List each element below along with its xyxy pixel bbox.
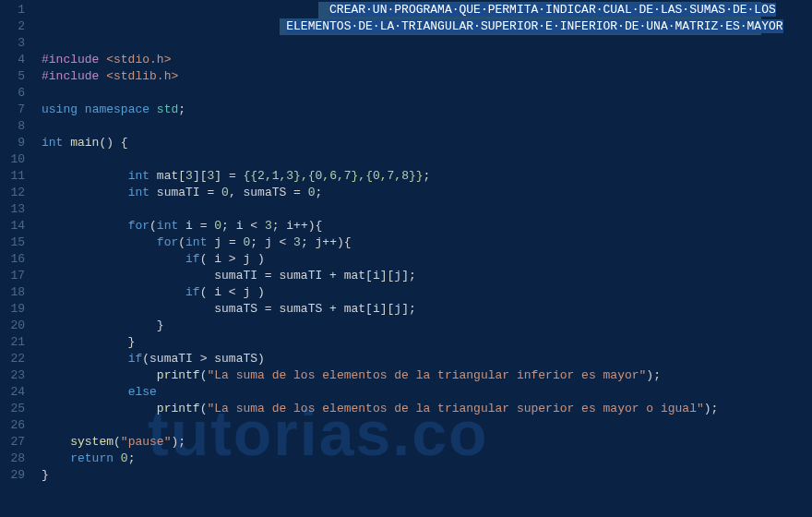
code-line[interactable]: printf("La suma de los elementos de la t… — [42, 401, 812, 417]
code-line[interactable] — [42, 417, 812, 434]
line-number: 7 — [0, 102, 25, 118]
line-number: 9 — [0, 135, 25, 151]
code-line[interactable]: int main() { — [42, 135, 812, 151]
line-number: 29 — [0, 467, 25, 484]
code-line[interactable]: sumaTI = sumaTI + mat[i][j]; — [42, 268, 812, 284]
line-number: 13 — [0, 201, 25, 218]
line-number: 5 — [0, 68, 25, 85]
line-number: 4 — [0, 52, 25, 68]
code-line[interactable]: #include <stdlib.h> — [42, 68, 812, 85]
line-number: 23 — [0, 367, 25, 384]
code-line[interactable]: using namespace std; — [42, 102, 812, 118]
line-number: 8 — [0, 118, 25, 135]
code-line[interactable]: #include <stdio.h> — [42, 52, 812, 68]
line-number: 10 — [0, 151, 25, 168]
code-line[interactable]: } — [42, 318, 812, 334]
code-editor[interactable]: 1234567891011121314151617181920212223242… — [0, 0, 812, 517]
line-number: 20 — [0, 318, 25, 334]
line-number: 27 — [0, 434, 25, 451]
code-line[interactable]: return 0; — [42, 451, 812, 467]
line-number: 26 — [0, 417, 25, 434]
code-line[interactable] — [42, 151, 812, 168]
line-number: 17 — [0, 268, 25, 284]
line-number: 28 — [0, 451, 25, 467]
code-line[interactable]: for(int j = 0; j < 3; j++){ — [42, 234, 812, 251]
code-line[interactable] — [42, 85, 812, 102]
line-number: 19 — [0, 301, 25, 318]
line-number: 18 — [0, 284, 25, 301]
code-line[interactable]: if( i < j ) — [42, 284, 812, 301]
line-number: 11 — [0, 168, 25, 185]
line-number: 21 — [0, 334, 25, 351]
line-number: 16 — [0, 251, 25, 268]
line-number: 1 — [0, 2, 25, 18]
line-number: 3 — [0, 35, 25, 52]
line-number: 2 — [0, 18, 25, 35]
code-line[interactable]: system("pause"); — [42, 434, 812, 451]
code-line[interactable]: printf("La suma de los elementos de la t… — [42, 367, 812, 384]
code-line[interactable]: sumaTS = sumaTS + mat[i][j]; — [42, 301, 812, 318]
code-line[interactable]: if( i > j ) — [42, 251, 812, 268]
code-line[interactable]: CREAR·UN·PROGRAMA·QUE·PERMITA·INDICAR·CU… — [42, 2, 812, 18]
code-line[interactable]: int sumaTI = 0, sumaTS = 0; — [42, 185, 812, 201]
code-line[interactable]: int mat[3][3] = {{2,1,3},{0,6,7},{0,7,8}… — [42, 168, 812, 185]
line-number: 22 — [0, 351, 25, 367]
line-number: 6 — [0, 85, 25, 102]
line-number: 25 — [0, 401, 25, 417]
code-line[interactable]: else — [42, 384, 812, 401]
code-line[interactable]: if(sumaTI > sumaTS) — [42, 351, 812, 367]
line-number: 15 — [0, 234, 25, 251]
code-line[interactable] — [42, 201, 812, 218]
code-line[interactable]: ELEMENTOS·DE·LA·TRIANGULAR·SUPERIOR·E·IN… — [42, 18, 812, 35]
code-area[interactable]: CREAR·UN·PROGRAMA·QUE·PERMITA·INDICAR·CU… — [32, 0, 812, 517]
code-line[interactable]: } — [42, 467, 812, 484]
code-line[interactable] — [42, 118, 812, 135]
line-number: 24 — [0, 384, 25, 401]
line-number: 14 — [0, 218, 25, 234]
line-number-gutter: 1234567891011121314151617181920212223242… — [0, 0, 32, 517]
line-number: 12 — [0, 185, 25, 201]
code-line[interactable]: } — [42, 334, 812, 351]
code-line[interactable] — [42, 35, 812, 52]
code-line[interactable]: for(int i = 0; i < 3; i++){ — [42, 218, 812, 234]
